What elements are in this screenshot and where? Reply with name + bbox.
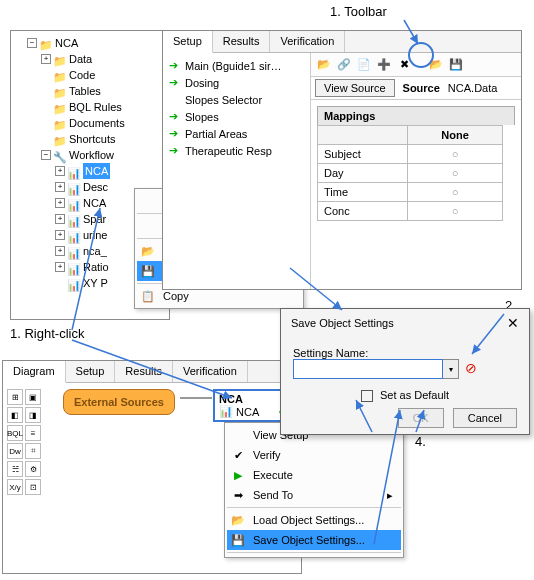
- expand-icon[interactable]: +: [55, 166, 65, 176]
- tree-data[interactable]: +📁Data: [41, 51, 167, 67]
- tb-link-icon[interactable]: 🔗: [335, 56, 353, 74]
- map-radio[interactable]: ○: [408, 164, 503, 183]
- submenu-arrow-icon: ▸: [387, 489, 393, 502]
- expand-icon[interactable]: +: [55, 246, 65, 256]
- tree-code[interactable]: 📁Code: [41, 67, 167, 83]
- object-icon: 📊: [67, 181, 81, 193]
- callout-toolbar: 1. Toolbar: [330, 4, 387, 19]
- setup-partial[interactable]: ➔Partial Areas: [169, 125, 304, 142]
- setup-main[interactable]: ➔Main (Bguide1 sir…: [169, 57, 304, 74]
- table-row: Conc○: [318, 202, 503, 221]
- cancel-button[interactable]: Cancel: [453, 408, 517, 428]
- arrow-icon: ➔: [169, 59, 181, 72]
- object-icon: 📊: [67, 165, 81, 177]
- tree-wf-nca[interactable]: +📊NCA: [55, 163, 167, 179]
- workflow-icon: 🔧: [53, 149, 67, 161]
- ok-button[interactable]: OK: [398, 408, 444, 428]
- object-icon: 📊: [67, 245, 81, 257]
- palette-item[interactable]: ◧: [7, 407, 23, 423]
- palette-item[interactable]: ⊡: [25, 479, 41, 495]
- view-source-button[interactable]: View Source: [315, 79, 395, 97]
- setup-ther[interactable]: ➔Therapeutic Resp: [169, 142, 304, 159]
- save-settings-dialog: Save Object Settings ✕ Settings Name: ▾ …: [280, 308, 530, 435]
- set-default-label: Set as Default: [380, 389, 449, 401]
- folder-icon: 📁: [53, 133, 67, 145]
- expand-icon[interactable]: +: [55, 262, 65, 272]
- collapse-icon[interactable]: −: [41, 150, 51, 160]
- tb-save-settings-icon[interactable]: 💾: [447, 56, 465, 74]
- set-default-checkbox[interactable]: [361, 390, 373, 402]
- expand-icon[interactable]: +: [55, 230, 65, 240]
- arrow-icon: ➔: [169, 76, 181, 89]
- object-icon: 📊: [219, 405, 233, 418]
- tab-source[interactable]: Source: [403, 79, 440, 97]
- copy-icon: 📋: [139, 290, 157, 303]
- map-label: Conc: [318, 202, 408, 221]
- source-tabs: View Source Source NCA.Data: [311, 77, 521, 100]
- diagram-tabs: Diagram Setup Results Verification: [3, 361, 301, 383]
- setup-slopes[interactable]: ➔Slopes: [169, 108, 304, 125]
- tree-shortcuts[interactable]: 📁Shortcuts: [41, 131, 167, 147]
- menu-sep: [227, 552, 401, 553]
- expand-icon[interactable]: +: [55, 182, 65, 192]
- folder-icon: 📁: [53, 69, 67, 81]
- palette-item[interactable]: ▣: [25, 389, 41, 405]
- menu2-execute[interactable]: ▶Execute: [227, 465, 401, 485]
- tree-docs[interactable]: 📁Documents: [41, 115, 167, 131]
- tab-verification[interactable]: Verification: [270, 31, 345, 52]
- palette-item[interactable]: ⚙: [25, 461, 41, 477]
- tree-bql[interactable]: 📁BQL Rules: [41, 99, 167, 115]
- palette-item[interactable]: ☵: [7, 461, 23, 477]
- setup-dosing[interactable]: ➔Dosing: [169, 74, 304, 91]
- tb-open-icon[interactable]: 📂: [315, 56, 333, 74]
- map-radio[interactable]: ○: [408, 145, 503, 164]
- palette-item[interactable]: ⊞: [7, 389, 23, 405]
- close-icon[interactable]: ✕: [507, 315, 519, 331]
- tree-workflow[interactable]: −🔧Workflow: [41, 147, 167, 163]
- tab-setup2[interactable]: Setup: [66, 361, 116, 382]
- settings-name-label: Settings Name:: [293, 347, 368, 359]
- collapse-icon[interactable]: −: [27, 38, 37, 48]
- dropdown-icon[interactable]: ▾: [443, 359, 459, 379]
- tb-new-icon[interactable]: 📄: [355, 56, 373, 74]
- tab-results[interactable]: Results: [213, 31, 271, 52]
- arrow-icon: ➔: [169, 127, 181, 140]
- table-row: Subject○: [318, 145, 503, 164]
- palette-item[interactable]: ≡: [25, 425, 41, 441]
- tb-add-icon[interactable]: ➕: [375, 56, 393, 74]
- palette-item[interactable]: ◨: [25, 407, 41, 423]
- tree-tables[interactable]: 📁Tables: [41, 83, 167, 99]
- detail-tabs: Setup Results Verification: [163, 31, 521, 53]
- map-label: Subject: [318, 145, 408, 164]
- expand-icon[interactable]: +: [41, 54, 51, 64]
- expand-icon[interactable]: +: [55, 214, 65, 224]
- folder-icon: 📁: [53, 117, 67, 129]
- play-icon: ▶: [229, 469, 247, 482]
- tab-verification2[interactable]: Verification: [173, 361, 248, 382]
- tab-diagram[interactable]: Diagram: [3, 361, 66, 383]
- menu2-save-settings[interactable]: 💾Save Object Settings...: [227, 530, 401, 550]
- palette-item[interactable]: Dw: [7, 443, 23, 459]
- mappings-header: Mappings: [317, 106, 515, 125]
- palette-item[interactable]: ⌗: [25, 443, 41, 459]
- source-file[interactable]: NCA.Data: [448, 79, 498, 97]
- object-icon: 📊: [67, 261, 81, 273]
- map-radio[interactable]: ○: [408, 183, 503, 202]
- tab-results2[interactable]: Results: [115, 361, 173, 382]
- menu2-sendto[interactable]: ➡Send To▸: [227, 485, 401, 505]
- palette-item[interactable]: BQL: [7, 425, 23, 441]
- open-icon: 📂: [139, 245, 157, 258]
- expand-icon[interactable]: +: [55, 198, 65, 208]
- setup-sidebar: ➔Main (Bguide1 sir… ➔Dosing Slopes Selec…: [163, 53, 311, 289]
- tree-root[interactable]: −📁NCA: [27, 35, 167, 51]
- external-sources-node[interactable]: External Sources: [63, 389, 175, 415]
- object-icon: 📊: [67, 213, 81, 225]
- setup-slopes-sel[interactable]: Slopes Selector: [169, 91, 304, 108]
- menu2-verify[interactable]: ✔Verify: [227, 445, 401, 465]
- tab-setup[interactable]: Setup: [163, 31, 213, 53]
- object-icon: 📊: [67, 277, 81, 289]
- menu2-load-settings[interactable]: 📂Load Object Settings...: [227, 510, 401, 530]
- map-radio[interactable]: ○: [408, 202, 503, 221]
- settings-name-input[interactable]: [293, 359, 443, 379]
- palette-item[interactable]: X/y: [7, 479, 23, 495]
